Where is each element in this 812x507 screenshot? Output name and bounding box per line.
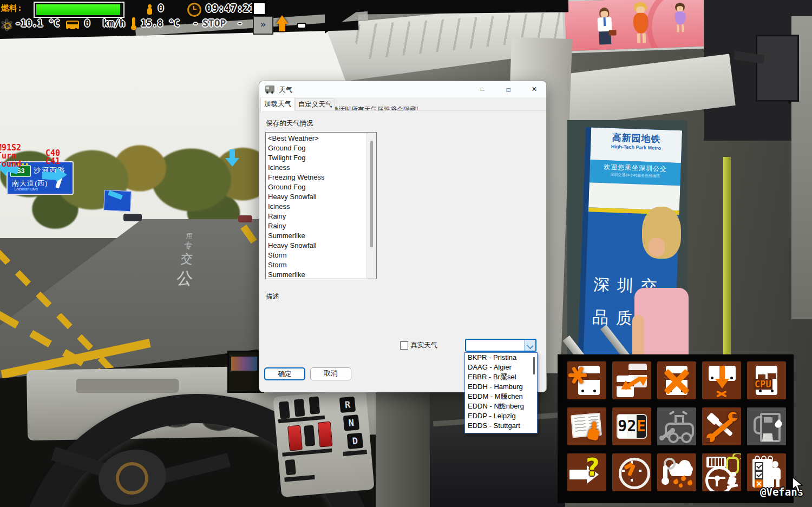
passenger-count: 0: [158, 3, 163, 14]
rocker-switch[interactable]: [285, 459, 296, 475]
listbox-scrollbar[interactable]: [366, 133, 376, 279]
dropdown-item[interactable]: EDDH - Hamburg: [465, 382, 537, 392]
minimize-button[interactable]: –: [470, 81, 494, 97]
remove-vehicle-button[interactable]: [657, 361, 696, 399]
weather-list-item[interactable]: Freezing Wetness: [266, 173, 367, 182]
airport-combobox[interactable]: [465, 339, 536, 352]
weather-settings-button[interactable]: [657, 453, 696, 491]
debug-line-3: round: [0, 160, 21, 168]
weather-list-item[interactable]: Heavy Snowfall: [266, 192, 367, 202]
double-arrow-icon: [619, 371, 647, 393]
cancel-button[interactable]: 取消: [310, 367, 351, 380]
weather-list-item[interactable]: Heavy Snowfall: [266, 241, 367, 251]
dropdown-item[interactable]: DAAG - Algier: [465, 363, 537, 372]
real-weather-label: 真实天气: [410, 341, 437, 350]
dropdown-item[interactable]: EDDM - M黱chen: [465, 392, 537, 401]
cpu-label: CPU: [754, 379, 772, 390]
maximize-button[interactable]: □: [496, 81, 520, 97]
rocker-switch[interactable]: [309, 397, 320, 414]
down-arrow-icon: [715, 366, 729, 390]
weather-list-item[interactable]: Iciness: [266, 202, 367, 212]
weather-listbox[interactable]: <Best Weather> Ground Fog Twilight Fog I…: [265, 132, 377, 279]
fast-forward-button[interactable]: »: [253, 16, 273, 35]
maximize-glyph: □: [506, 86, 510, 94]
red-switch[interactable]: [287, 425, 303, 451]
combobox-arrow-button[interactable]: [524, 340, 535, 351]
cancel-button-label: 取消: [324, 370, 338, 377]
road-char-3: 交: [162, 251, 212, 267]
close-button[interactable]: ×: [522, 81, 546, 97]
spawn-vehicle-button[interactable]: [567, 361, 606, 399]
timetable-button[interactable]: [567, 407, 606, 445]
time-settings-button[interactable]: [612, 453, 651, 491]
refuel-button[interactable]: [747, 407, 786, 445]
weather-list-item[interactable]: Summerlike: [266, 231, 367, 241]
rocker-switch[interactable]: [279, 401, 290, 419]
call-assistance-button[interactable]: [657, 407, 696, 445]
weather-list-item[interactable]: Summerlike: [266, 270, 367, 279]
label-strip: [284, 475, 315, 482]
hud-square[interactable]: [252, 2, 266, 16]
cloud-icon: [667, 459, 693, 476]
switch-console: R N D: [273, 389, 375, 497]
weather-list-item[interactable]: Storm: [266, 260, 367, 270]
ok-button-label: 确定: [278, 370, 292, 378]
weather-list-item[interactable]: Ground Fog: [266, 182, 367, 192]
inside-temp: 15.8 °C: [141, 18, 180, 29]
keyboard-icon: [706, 457, 726, 468]
ai-vehicle-button[interactable]: CPU: [747, 361, 786, 399]
route-info-button[interactable]: ?: [567, 453, 606, 491]
weather-list-item[interactable]: Twilight Fog: [266, 153, 367, 163]
line-destination-button[interactable]: 9 2 E: [612, 407, 651, 445]
switch-vehicle-button[interactable]: [612, 361, 651, 399]
gear-button-r[interactable]: R: [339, 397, 356, 413]
weather-list-item[interactable]: Rainy: [266, 221, 367, 231]
line-code-char-3: E: [637, 415, 646, 438]
dropdown-item[interactable]: EDDP - Leipzig: [465, 411, 537, 421]
up-arrow-icon[interactable]: [274, 15, 290, 32]
handrail-pole: [723, 157, 731, 357]
hud-dash-2: -: [237, 18, 243, 29]
camera-box: [756, 35, 799, 102]
clock-hands: [623, 461, 640, 483]
gear-label-r: R: [344, 399, 351, 410]
pointer-hand-icon: [587, 422, 601, 441]
phone-icon: [659, 428, 676, 441]
outside-temp: -10.1 °C: [15, 18, 60, 29]
distant-car-2: [238, 215, 252, 222]
tab-load-weather[interactable]: 加载天气: [260, 97, 295, 111]
weather-list-item[interactable]: Ground Fog: [266, 143, 367, 153]
screen: 用 专 交 公 S3 沙河西路 南大道(西) Shennan Blvd M91S…: [0, 0, 812, 507]
tab-custom-weather[interactable]: 自定义天气: [295, 98, 335, 111]
road-char-1: 用: [165, 232, 214, 241]
control-settings-button[interactable]: [702, 453, 741, 491]
repair-button[interactable]: [702, 407, 741, 445]
chevron-down-icon: [527, 343, 534, 350]
weather-list-item[interactable]: Iciness: [266, 163, 367, 173]
gear-button-n[interactable]: N: [343, 414, 359, 431]
hud-wedge: [325, 8, 363, 34]
thermometer-small-icon: [662, 465, 669, 485]
small-x-icon: [716, 391, 727, 397]
dropdown-item[interactable]: EDDN - N黵nberg: [465, 401, 537, 411]
combobox-value: [466, 341, 468, 349]
weather-list-item[interactable]: Rainy: [266, 212, 367, 221]
dropdown-scrollbar-thumb[interactable]: [533, 357, 535, 374]
weather-list-item[interactable]: Storm: [266, 251, 367, 260]
rocker-switch[interactable]: [304, 425, 315, 446]
ok-button[interactable]: 确定: [264, 367, 305, 380]
listbox-scrollbar-thumb[interactable]: [370, 141, 373, 247]
saved-weather-label: 保存的天气情况: [266, 119, 313, 128]
dropdown-item[interactable]: EBBR - Br黶sel: [465, 372, 537, 382]
ad-swoosh: [645, 0, 712, 54]
gear-button-d[interactable]: D: [347, 433, 363, 449]
rocker-switch[interactable]: [294, 399, 305, 417]
weather-list-item[interactable]: <Best Weather>: [266, 134, 367, 143]
red-switch[interactable]: [318, 422, 333, 447]
place-vehicle-button[interactable]: [702, 361, 741, 399]
real-weather-checkbox[interactable]: [400, 341, 408, 350]
dropdown-item[interactable]: BKPR - Pristina: [465, 353, 537, 363]
dropdown-item[interactable]: EDDS - Stuttgart: [465, 421, 537, 431]
cyan-arrow-down-head: [225, 158, 239, 167]
stop-sign-welcome-band: 欢迎您乘坐深圳公交 深圳交通24小时服务热线电话: [590, 160, 681, 186]
